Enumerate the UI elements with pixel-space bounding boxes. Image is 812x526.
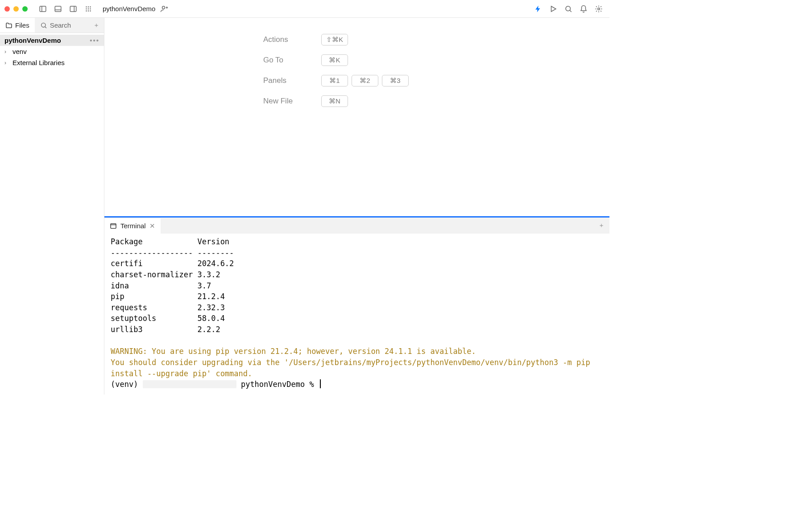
svg-point-12 — [86, 10, 87, 11]
bolt-icon[interactable] — [532, 3, 544, 15]
chevron-right-icon: › — [4, 60, 11, 66]
terminal-icon — [110, 222, 117, 230]
svg-line-20 — [570, 10, 572, 12]
more-icon[interactable]: ••• — [90, 37, 99, 44]
terminal-tab-label: Terminal — [120, 222, 146, 230]
tree-item-venv[interactable]: › venv — [0, 46, 104, 57]
svg-rect-24 — [111, 223, 116, 228]
keycap: ⌘K — [321, 54, 348, 66]
hint-label: New File — [263, 97, 321, 106]
search-icon[interactable] — [562, 3, 575, 15]
hint-actions: Actions ⇧⌘K — [263, 29, 451, 50]
sidebar-tabs: Files Search ＋ — [0, 18, 104, 33]
sidebar: Files Search ＋ pythonVenvDemo ••• › venv… — [0, 18, 104, 394]
svg-line-23 — [45, 26, 46, 28]
zoom-window[interactable] — [22, 6, 28, 12]
sidebar-right-icon[interactable] — [67, 3, 79, 15]
svg-point-21 — [598, 8, 600, 10]
terminal-prompt: (venv) pythonVenvDemo % — [111, 380, 319, 389]
svg-point-13 — [88, 10, 89, 11]
svg-point-10 — [88, 8, 89, 9]
apps-grid-icon[interactable] — [82, 3, 95, 15]
svg-point-22 — [41, 23, 45, 27]
keycap: ⌘N — [321, 95, 348, 107]
svg-rect-0 — [40, 6, 46, 12]
svg-point-14 — [90, 10, 91, 11]
editor-empty-state: Actions ⇧⌘K Go To ⌘K Panels ⌘1 ⌘2 ⌘3 New… — [104, 18, 609, 216]
tree-root-label: pythonVenvDemo — [4, 37, 61, 44]
svg-point-11 — [90, 8, 91, 9]
hint-label: Actions — [263, 35, 321, 44]
chevron-right-icon: › — [4, 49, 11, 55]
settings-icon[interactable] — [592, 3, 605, 15]
redacted-path — [143, 380, 236, 388]
hint-newfile: New File ⌘N — [263, 91, 451, 111]
keycap: ⌘2 — [352, 75, 378, 86]
tree-root[interactable]: pythonVenvDemo ••• — [0, 35, 104, 46]
tab-files-label: Files — [15, 21, 29, 29]
run-icon[interactable] — [547, 3, 559, 15]
close-icon[interactable]: ✕ — [149, 222, 155, 230]
terminal-pane: Terminal ✕ ＋ Package Version -----------… — [104, 216, 609, 394]
tree-item-label: External Libraries — [12, 59, 65, 66]
terminal-tabs: Terminal ✕ ＋ — [104, 218, 609, 234]
sidebar-left-icon[interactable] — [37, 3, 49, 15]
add-collaborator-icon[interactable] — [158, 3, 170, 15]
notifications-icon[interactable] — [577, 3, 590, 15]
project-name[interactable]: pythonVenvDemo — [103, 5, 155, 12]
window-controls — [4, 6, 28, 12]
svg-point-19 — [566, 6, 571, 11]
tree-item-label: venv — [12, 48, 27, 55]
close-window[interactable] — [4, 6, 10, 12]
keycap: ⇧⌘K — [321, 34, 348, 45]
tab-search[interactable]: Search — [35, 18, 89, 33]
svg-point-8 — [90, 6, 91, 7]
terminal-output[interactable]: Package Version ------------------ -----… — [104, 234, 609, 394]
hint-label: Panels — [263, 76, 321, 85]
hint-goto: Go To ⌘K — [263, 50, 451, 70]
project-tree: pythonVenvDemo ••• › venv › External Lib… — [0, 33, 104, 70]
toolbar: pythonVenvDemo — [0, 0, 609, 18]
bottom-panel-icon[interactable] — [52, 3, 64, 15]
svg-marker-18 — [551, 6, 556, 12]
svg-point-9 — [86, 8, 87, 9]
minimize-window[interactable] — [13, 6, 19, 12]
svg-point-15 — [162, 6, 165, 9]
add-terminal-icon[interactable]: ＋ — [593, 218, 609, 234]
hint-label: Go To — [263, 56, 321, 65]
terminal-tab[interactable]: Terminal ✕ — [104, 218, 161, 234]
keycap: ⌘1 — [321, 75, 348, 86]
terminal-warning: WARNING: You are using pip version 21.2.… — [111, 347, 595, 378]
svg-rect-2 — [55, 6, 61, 12]
content: Actions ⇧⌘K Go To ⌘K Panels ⌘1 ⌘2 ⌘3 New… — [104, 18, 609, 394]
main: Files Search ＋ pythonVenvDemo ••• › venv… — [0, 18, 609, 394]
add-tab-icon[interactable]: ＋ — [89, 18, 104, 33]
tab-search-label: Search — [50, 21, 71, 29]
tree-item-external-libraries[interactable]: › External Libraries — [0, 57, 104, 68]
svg-rect-4 — [70, 6, 76, 12]
cursor — [320, 379, 321, 388]
tab-files[interactable]: Files — [0, 18, 35, 33]
svg-point-6 — [86, 6, 87, 7]
keycap: ⌘3 — [382, 75, 409, 86]
hint-panels: Panels ⌘1 ⌘2 ⌘3 — [263, 70, 451, 91]
svg-point-7 — [88, 6, 89, 7]
